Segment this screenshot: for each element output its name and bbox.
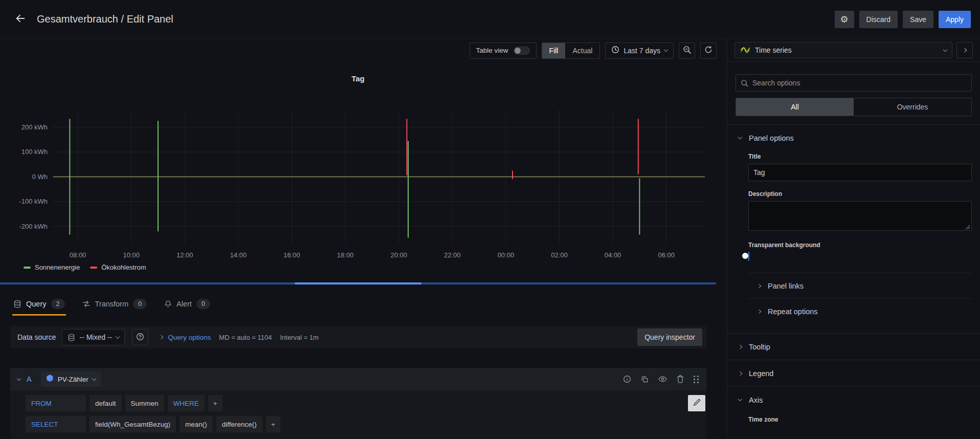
panel-settings-button[interactable]: ⚙: [835, 11, 854, 28]
query-ref-id: A: [27, 375, 32, 383]
influxdb-hexagon-icon: [46, 374, 54, 384]
title-field-label: Title: [748, 153, 972, 160]
legend-item[interactable]: Sonnenenergie: [24, 264, 80, 271]
grafana-edit-panel: Gesamtverbrauch / Edit Panel ⚙ Discard S…: [0, 0, 980, 439]
datasource-help-button[interactable]: [132, 329, 148, 345]
svg-text:-200 kWh: -200 kWh: [19, 223, 48, 230]
section-axis[interactable]: Axis: [727, 386, 980, 413]
tab-transform[interactable]: Transform 0: [81, 292, 148, 316]
chart-legend: SonnenenergieÖkokohlestrom: [24, 264, 146, 271]
query-inspector-button[interactable]: Query inspector: [637, 328, 702, 346]
chevron-right-icon: [963, 48, 967, 52]
hide-query-eye-icon[interactable]: [658, 376, 667, 383]
svg-text:08:00: 08:00: [70, 251, 86, 259]
drag-handle-icon[interactable]: [694, 376, 699, 383]
table-view-toggle[interactable]: [514, 47, 530, 55]
query-info-icon[interactable]: [623, 375, 631, 383]
query-actions: [623, 375, 699, 383]
save-button[interactable]: Save: [903, 11, 933, 28]
svg-text:20:00: 20:00: [390, 251, 407, 259]
top-bar: Gesamtverbrauch / Edit Panel ⚙ Discard S…: [0, 0, 980, 39]
zoom-out-button[interactable]: [679, 42, 695, 59]
select-clause-row: SELECT field(Wh_GesamtBezug) mean() diff…: [26, 416, 705, 432]
splitter-drag-handle[interactable]: [295, 282, 421, 284]
refresh-button[interactable]: [700, 42, 717, 59]
svg-text:0 Wh: 0 Wh: [32, 173, 48, 181]
chevron-down-icon: [738, 135, 742, 139]
resize-handle-icon[interactable]: [965, 225, 970, 229]
fill-actual-group: Fill Actual: [542, 42, 600, 59]
query-a-header: A PV-Zähler: [10, 368, 706, 390]
back-button[interactable]: [9, 8, 32, 31]
select-keyword-chip[interactable]: SELECT: [26, 416, 86, 432]
chevron-right-icon: [738, 371, 742, 375]
select-difference-chip[interactable]: difference(): [216, 416, 262, 432]
pencil-icon: [693, 399, 701, 408]
from-measurement-chip[interactable]: Summen: [125, 395, 164, 411]
refresh-icon: [704, 46, 712, 55]
from-keyword-chip[interactable]: FROM: [26, 395, 86, 411]
section-tooltip[interactable]: Tooltip: [727, 333, 980, 360]
section-tooltip-label: Tooltip: [749, 343, 770, 351]
interval-text: Interval = 1m: [280, 334, 319, 341]
section-axis-label: Axis: [749, 396, 763, 404]
transform-count-badge: 0: [133, 299, 147, 309]
chevron-right-icon: [738, 344, 742, 348]
axis-content: Time zone: [727, 416, 980, 436]
raw-query-toggle-button[interactable]: [688, 395, 705, 411]
datasource-value: -- Mixed --: [79, 333, 112, 341]
options-pane: Time series All Overrides: [727, 39, 980, 439]
chevron-right-icon: [757, 309, 761, 313]
legend-item[interactable]: Ökokohlestrom: [90, 264, 146, 271]
collapse-query-icon[interactable]: [17, 376, 21, 380]
tab-query[interactable]: Query 2: [12, 292, 66, 316]
fill-option[interactable]: Fill: [542, 43, 566, 58]
transparent-background-toggle[interactable]: [748, 252, 749, 261]
tab-alert[interactable]: Alert 0: [163, 292, 211, 316]
panel-title-input[interactable]: [748, 164, 972, 181]
tab-all[interactable]: All: [736, 98, 854, 116]
content: Table view Fill Actual Last 7 days: [0, 39, 980, 439]
svg-text:200 kWh: 200 kWh: [21, 123, 48, 131]
section-panel-options[interactable]: Panel options: [727, 124, 980, 151]
from-policy-chip[interactable]: default: [90, 395, 122, 411]
pane-splitter: [0, 282, 716, 284]
actual-option[interactable]: Actual: [565, 43, 599, 58]
query-options-label: Query options: [168, 334, 211, 341]
visualization-row: Time series: [727, 39, 980, 62]
add-where-chip[interactable]: +: [208, 395, 222, 411]
tab-alert-label: Alert: [176, 300, 192, 308]
time-range-picker[interactable]: Last 7 days: [605, 42, 674, 59]
query-options-toggle[interactable]: Query options: [160, 334, 211, 341]
subsection-panel-links[interactable]: Panel links: [748, 273, 972, 298]
panel-description-textarea[interactable]: [748, 201, 972, 231]
query-datasource-name: PV-Zähler: [58, 376, 88, 383]
tab-transform-label: Transform: [95, 300, 129, 308]
svg-text:12:00: 12:00: [176, 251, 193, 259]
delete-query-trash-icon[interactable]: [677, 375, 684, 383]
svg-text:10:00: 10:00: [123, 251, 140, 259]
table-view-label: Table view: [476, 47, 508, 54]
database-icon: [13, 300, 21, 308]
tab-overrides[interactable]: Overrides: [854, 98, 971, 116]
search-options-input[interactable]: [752, 79, 967, 87]
query-datasource-picker[interactable]: PV-Zähler: [41, 371, 101, 387]
datasource-label: Data source: [17, 333, 56, 341]
visualization-picker[interactable]: Time series: [734, 42, 952, 58]
chevron-right-icon: [757, 283, 761, 288]
datasource-picker[interactable]: -- Mixed --: [62, 329, 125, 345]
discard-button[interactable]: Discard: [859, 11, 898, 28]
duplicate-query-icon[interactable]: [641, 376, 649, 383]
collapse-options-button[interactable]: [956, 42, 973, 58]
select-field-chip[interactable]: field(Wh_GesamtBezug): [90, 416, 176, 432]
from-clause-row: FROM default Summen WHERE +: [26, 395, 705, 411]
time-series-chart[interactable]: 200 kWh100 kWh0 Wh-100 kWh-200 kWh08:001…: [0, 62, 716, 282]
select-mean-chip[interactable]: mean(): [180, 416, 213, 432]
svg-text:22:00: 22:00: [444, 251, 461, 259]
section-legend[interactable]: Legend: [727, 360, 980, 386]
where-keyword-chip[interactable]: WHERE: [168, 395, 205, 411]
add-select-chip[interactable]: +: [266, 416, 280, 432]
apply-button[interactable]: Apply: [939, 11, 971, 28]
subsection-repeat-options[interactable]: Repeat options: [748, 298, 972, 324]
gear-icon: ⚙: [840, 14, 849, 25]
